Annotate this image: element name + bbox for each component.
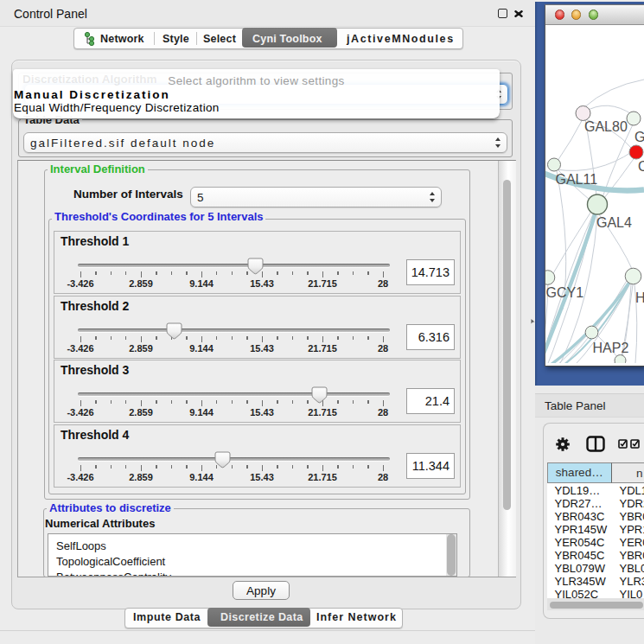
svg-text:HI: HI xyxy=(635,290,644,305)
svg-text:GAL80: GAL80 xyxy=(584,119,628,134)
svg-text:CY: CY xyxy=(638,159,644,174)
svg-text:GAL4: GAL4 xyxy=(596,215,632,230)
svg-text:GA: GA xyxy=(634,130,644,144)
svg-text:HAP2: HAP2 xyxy=(593,341,629,355)
svg-text:GCY1: GCY1 xyxy=(546,285,584,300)
svg-text:GAL11: GAL11 xyxy=(556,172,598,187)
